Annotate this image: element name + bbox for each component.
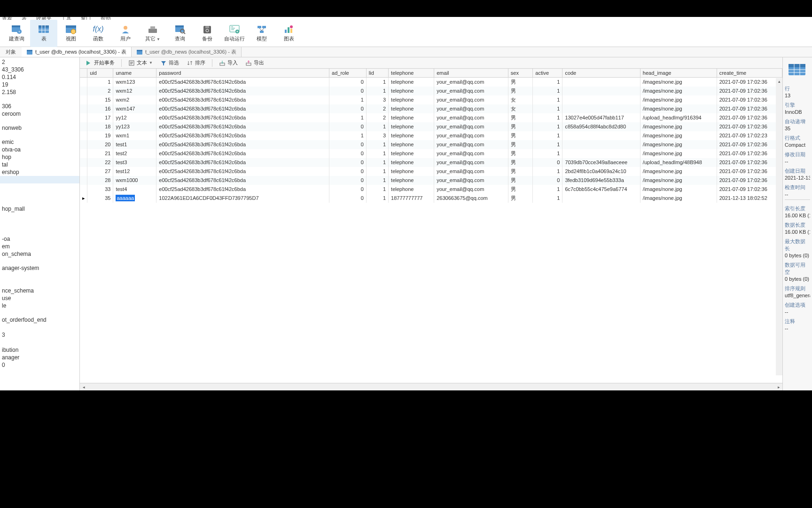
cell-lid[interactable]: 3 xyxy=(366,95,388,104)
cell-telephone[interactable]: telephone xyxy=(389,122,434,131)
col-telephone[interactable]: telephone xyxy=(389,69,434,77)
data-grid[interactable]: uidunamepasswordad_rolelidtelephoneemail… xyxy=(80,69,782,383)
cell-telephone[interactable]: telephone xyxy=(389,167,434,176)
cell-head_image[interactable]: /images/none.jpg xyxy=(640,122,717,131)
tree-node[interactable] xyxy=(0,279,79,287)
cell-sex[interactable]: 男 xyxy=(508,149,533,158)
toolbar-query-button[interactable]: 查询 xyxy=(166,20,194,47)
cell-sex[interactable]: 男 xyxy=(508,185,533,194)
cell-head_image[interactable]: /images/none.jpg xyxy=(640,194,717,203)
tab-tuser-1[interactable]: t_user @db_news (localhost_3306) - 表 xyxy=(22,47,132,57)
cell-uid[interactable]: 22 xyxy=(87,158,113,167)
cell-password[interactable]: e00cf25ad42683b3df678c61f42c6bda xyxy=(156,149,329,158)
tab-objects[interactable]: 对象 xyxy=(0,47,22,57)
tree-node[interactable]: 0.114 xyxy=(0,73,79,81)
cell-uid[interactable]: 20 xyxy=(87,140,113,149)
tree-node[interactable] xyxy=(0,176,79,183)
cell-uname[interactable]: wxm12 xyxy=(113,87,156,95)
col-lid[interactable]: lid xyxy=(366,69,388,77)
cell-create_time[interactable]: 2021-07-09 17:02:36 xyxy=(717,185,782,194)
cell-sex[interactable]: 男 xyxy=(508,113,533,122)
cell-email[interactable]: your_email@qq.com xyxy=(434,77,508,87)
col-sex[interactable]: sex xyxy=(508,69,533,77)
cell-active[interactable]: 1 xyxy=(533,131,562,140)
cell-sex[interactable]: 男 xyxy=(508,167,533,176)
tree-node[interactable]: 2.158 xyxy=(0,88,79,96)
cell-uid[interactable]: 19 xyxy=(87,131,113,140)
horizontal-scrollbar[interactable]: ◂ ▸ xyxy=(80,383,782,390)
cell-email[interactable]: your_email@qq.com xyxy=(434,167,508,176)
cell-lid[interactable]: 2 xyxy=(366,104,388,113)
table-row[interactable]: 20test1e00cf25ad42683b3df678c61f42c6bda0… xyxy=(80,140,782,149)
cell-create_time[interactable]: 2021-07-09 17:02:36 xyxy=(717,140,782,149)
cell-active[interactable]: 1 xyxy=(533,113,562,122)
cell-uid[interactable]: 33 xyxy=(87,185,113,194)
cell-telephone[interactable]: telephone xyxy=(389,140,434,149)
cell-uid[interactable]: 1 xyxy=(87,77,113,87)
cell-sex[interactable]: 男 xyxy=(508,122,533,131)
cell-uid[interactable]: 16 xyxy=(87,104,113,113)
cell-lid[interactable]: 1 xyxy=(366,176,388,185)
cell-uname[interactable]: test4 xyxy=(113,185,156,194)
table-row[interactable]: 33test4e00cf25ad42683b3df678c61f42c6bda0… xyxy=(80,185,782,194)
cell-ad_role[interactable]: 0 xyxy=(329,158,367,167)
table-row[interactable]: 15wxm2e00cf25ad42683b3df678c61f42c6bda13… xyxy=(80,95,782,104)
tree-node[interactable]: anager-system xyxy=(0,264,79,272)
cell-telephone[interactable]: telephone xyxy=(389,149,434,158)
toolbar-view-button[interactable]: 视图 xyxy=(57,20,85,47)
toolbar-backup-button[interactable]: 备份 xyxy=(194,20,221,47)
cell-code[interactable]: 7039db70cce349a8aeceee xyxy=(562,158,640,167)
cell-lid[interactable]: 1 xyxy=(366,122,388,131)
tree-node[interactable]: le xyxy=(0,302,79,310)
tree-node[interactable]: on_schema xyxy=(0,250,79,258)
cell-email[interactable]: your_email@qq.com xyxy=(434,149,508,158)
cell-uid[interactable]: 17 xyxy=(87,113,113,122)
cell-active[interactable]: 1 xyxy=(533,104,562,113)
cell-password[interactable]: e00cf25ad42683b3df678c61f42c6bda xyxy=(156,113,329,122)
table-row[interactable]: 17yy12e00cf25ad42683b3df678c61f42c6bda12… xyxy=(80,113,782,122)
cell-uname[interactable]: test3 xyxy=(113,158,156,167)
cell-lid[interactable]: 1 xyxy=(366,185,388,194)
tree-node[interactable]: ot_orderfood_end xyxy=(0,316,79,324)
cell-uname[interactable]: test12 xyxy=(113,167,156,176)
tree-node[interactable] xyxy=(0,213,79,220)
toolbar-table-button[interactable]: 表 xyxy=(30,20,57,47)
tree-node[interactable] xyxy=(0,324,79,331)
cell-create_time[interactable]: 2021-07-09 17:02:36 xyxy=(717,95,782,104)
tree-node[interactable]: nce_schema xyxy=(0,287,79,294)
col-uid[interactable]: uid xyxy=(87,69,113,77)
cell-active[interactable]: 0 xyxy=(533,176,562,185)
table-row[interactable]: 28wxm1000e00cf25ad42683b3df678c61f42c6bd… xyxy=(80,176,782,185)
cell-lid[interactable]: 2 xyxy=(366,113,388,122)
cell-uid[interactable]: 21 xyxy=(87,149,113,158)
cell-active[interactable]: 1 xyxy=(533,77,562,87)
col-ad_role[interactable]: ad_role xyxy=(329,69,367,77)
cell-active[interactable]: 1 xyxy=(533,122,562,131)
cell-uname[interactable]: yy123 xyxy=(113,122,156,131)
cell-uname[interactable]: aaaaaa xyxy=(113,194,156,203)
cell-create_time[interactable]: 2021-07-09 17:02:36 xyxy=(717,158,782,167)
cell-create_time[interactable]: 2021-07-09 17:02:36 xyxy=(717,122,782,131)
cell-head_image[interactable]: /images/none.jpg xyxy=(640,149,717,158)
table-row[interactable]: 2wxm12e00cf25ad42683b3df678c61f42c6bda01… xyxy=(80,87,782,95)
cell-uid[interactable]: 2 xyxy=(87,87,113,95)
tree-node[interactable] xyxy=(0,183,79,191)
cell-telephone[interactable]: telephone xyxy=(389,104,434,113)
col-code[interactable]: code xyxy=(562,69,640,77)
cell-uname[interactable]: yy12 xyxy=(113,113,156,122)
col-password[interactable]: password xyxy=(156,69,329,77)
cell-lid[interactable]: 1 xyxy=(366,194,388,203)
tree-node[interactable] xyxy=(0,339,79,346)
tree-node[interactable]: ceroom xyxy=(0,110,79,118)
cell-code[interactable]: 2bd24f8b1c0a4069a24c10 xyxy=(562,167,640,176)
toolbar-other-button[interactable]: 其它▼ xyxy=(139,20,166,47)
cell-head_image[interactable]: /images/none.jpg xyxy=(640,104,717,113)
vertical-scrollbar[interactable]: ▴ xyxy=(776,78,782,375)
cell-uname[interactable]: wxm123 xyxy=(113,77,156,87)
cell-sex[interactable]: 女 xyxy=(508,95,533,104)
cell-code[interactable] xyxy=(562,87,640,95)
tree-node[interactable] xyxy=(0,228,79,235)
table-row[interactable]: 21test2e00cf25ad42683b3df678c61f42c6bda0… xyxy=(80,149,782,158)
cell-head_image[interactable]: /images/none.jpg xyxy=(640,95,717,104)
cell-uname[interactable]: wxm147 xyxy=(113,104,156,113)
